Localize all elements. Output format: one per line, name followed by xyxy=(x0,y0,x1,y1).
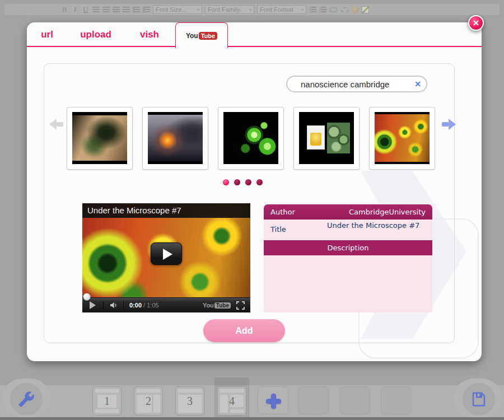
italic-button[interactable]: I xyxy=(71,5,79,14)
remove-link-icon[interactable] xyxy=(340,7,349,12)
tab-upload[interactable]: upload xyxy=(75,22,116,47)
save-button[interactable] xyxy=(463,383,495,416)
fullscreen-icon[interactable] xyxy=(236,301,245,310)
tab-youtube[interactable]: You Tube xyxy=(175,22,228,48)
bottom-toolbar xyxy=(0,385,504,418)
empty-slide-slot xyxy=(339,386,370,414)
font-family-label: Font Family. xyxy=(208,6,241,13)
insert-link-icon[interactable] xyxy=(329,7,338,12)
slide-number: 4 xyxy=(218,387,246,416)
screen-bottom-edge xyxy=(0,417,504,420)
font-family-dropdown[interactable]: Font Family. ▾ xyxy=(205,5,254,14)
font-size-dropdown[interactable]: Font Size... ▾ xyxy=(153,5,202,14)
arrow-tail xyxy=(442,122,449,127)
slide-thumbnail-4[interactable]: 4 xyxy=(217,386,246,416)
winter-sunset-with-trees xyxy=(148,115,203,161)
align-center-icon[interactable] xyxy=(102,7,110,13)
video-thumbnail-2[interactable] xyxy=(142,107,208,170)
big-play-button[interactable] xyxy=(151,242,182,265)
slide-thumbnail-1[interactable]: 1 xyxy=(92,386,122,416)
align-right-icon[interactable] xyxy=(113,7,120,13)
page-dot-2[interactable] xyxy=(234,179,240,185)
save-floppy-icon xyxy=(470,391,487,408)
video-details-table: Author CambridgeUniversity Title Under t… xyxy=(264,204,432,312)
thumbnail-frame xyxy=(299,112,354,164)
thumbnail-frame xyxy=(375,112,430,164)
unordered-list-icon[interactable] xyxy=(143,7,150,13)
tab-vish[interactable]: vish xyxy=(131,22,168,47)
edit-page-icon[interactable] xyxy=(362,6,369,13)
editor-toolbar: B I U Font Size... ▾ Font Family. ▾ Font… xyxy=(4,4,500,15)
thumbnail-frame xyxy=(72,112,127,164)
clear-search-icon[interactable]: ✕ xyxy=(409,80,426,88)
slide-thumbnail-2[interactable]: 2 xyxy=(134,386,163,416)
carousel-next-arrow-icon[interactable] xyxy=(442,118,456,130)
time-display: 0:00 / 1:05 xyxy=(124,302,159,309)
duration: 1:05 xyxy=(147,302,158,309)
player-control-bar: 0:00 / 1:05 You Tube xyxy=(82,297,250,312)
scrubber-handle[interactable] xyxy=(83,293,91,301)
title-row: Title Under the Microscope #7 xyxy=(264,220,432,240)
author-value: CambridgeUniversity xyxy=(349,208,426,216)
carousel-pagination xyxy=(223,179,263,185)
page-dot-3[interactable] xyxy=(245,179,251,185)
youtube-logo-you: You xyxy=(186,32,198,40)
slide-thumbnail-3[interactable]: 3 xyxy=(175,386,204,416)
indent-icon[interactable] xyxy=(319,7,326,13)
close-button[interactable]: ✕ xyxy=(468,15,484,31)
underline-button[interactable]: U xyxy=(82,5,90,14)
outdent-icon[interactable] xyxy=(309,7,316,13)
font-size-label: Font Size... xyxy=(156,6,187,13)
page-dot-1[interactable] xyxy=(223,179,229,185)
micrograph-image xyxy=(327,123,350,154)
color-palette-icon[interactable] xyxy=(352,6,359,13)
insert-video-modal: ✕ url upload vish You Tube nanoscience c… xyxy=(27,22,482,361)
align-left-icon[interactable] xyxy=(92,7,100,13)
youtube-watermark[interactable]: You Tube xyxy=(203,302,231,309)
youtube-logo-you: You xyxy=(203,302,214,309)
time-divider: / xyxy=(143,302,145,309)
search-input[interactable]: nanoscience cambridge ✕ xyxy=(286,76,427,92)
video-thumbnail-5[interactable] xyxy=(369,107,435,170)
play-button[interactable] xyxy=(82,301,104,309)
arrow-head xyxy=(49,119,57,130)
chevron-down-icon: ▾ xyxy=(197,7,199,12)
tab-url[interactable]: url xyxy=(31,22,63,47)
wrench-icon xyxy=(18,391,35,408)
video-preview-player: Under the Microscope #7 0:00 / 1:05 You … xyxy=(82,203,250,312)
thumbnail-frame xyxy=(148,112,203,164)
plus-icon xyxy=(271,394,276,409)
volume-button[interactable] xyxy=(104,301,124,310)
add-slide-button[interactable] xyxy=(258,386,288,414)
page-dot-4[interactable] xyxy=(256,179,263,185)
title-label: Title xyxy=(270,221,286,239)
carousel-prev-arrow-icon[interactable] xyxy=(49,118,63,130)
youtube-logo-tube: Tube xyxy=(199,32,217,40)
arrow-head xyxy=(449,119,456,130)
chevron-down-icon: ▾ xyxy=(301,7,304,12)
video-title-overlay: Under the Microscope #7 xyxy=(82,203,250,218)
empty-slide-slot xyxy=(381,386,412,414)
video-thumbnail-4[interactable] xyxy=(293,107,360,170)
video-thumbnail-3[interactable] xyxy=(218,107,284,170)
play-icon xyxy=(163,249,172,260)
current-time: 0:00 xyxy=(129,302,142,309)
ordered-list-icon[interactable] xyxy=(133,7,140,13)
video-thumbnail-1[interactable] xyxy=(67,107,133,170)
add-button[interactable]: Add xyxy=(203,319,285,342)
empty-slide-slot xyxy=(298,386,329,414)
description-body xyxy=(264,255,432,312)
speaker-icon xyxy=(109,301,118,310)
colorful-surface-micrograph xyxy=(375,114,430,162)
description-header: Description xyxy=(264,240,432,255)
font-format-dropdown[interactable]: Font Format ▾ xyxy=(257,5,306,14)
beer-glass-image xyxy=(307,125,325,150)
align-justify-icon[interactable] xyxy=(123,7,130,13)
green-glowing-keys xyxy=(223,112,278,164)
font-format-label: Font Format xyxy=(260,6,293,13)
author-row: Author CambridgeUniversity xyxy=(264,204,432,220)
settings-wrench-button[interactable] xyxy=(10,383,43,416)
chevron-down-icon: ▾ xyxy=(249,7,251,12)
bold-button[interactable]: B xyxy=(60,5,68,14)
arrow-tail xyxy=(57,122,63,127)
